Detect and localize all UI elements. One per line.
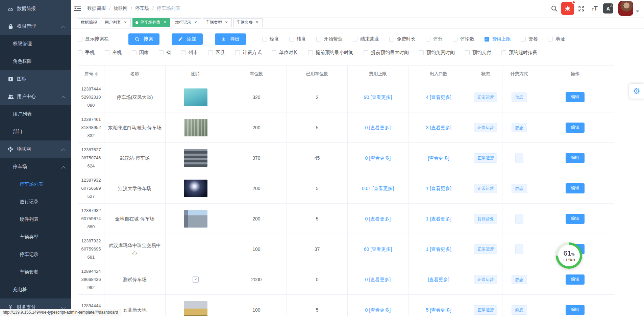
checkbox-box[interactable] xyxy=(485,37,489,42)
checkbox-box[interactable] xyxy=(78,50,82,55)
tab-车辆套餐[interactable]: 车辆套餐× xyxy=(233,18,263,27)
checkbox-box[interactable] xyxy=(105,50,109,55)
export-button[interactable]: 导出 xyxy=(215,33,246,45)
filter-checkbox-单位时长[interactable]: 单位时长 xyxy=(272,50,298,56)
checkbox-box[interactable] xyxy=(262,37,267,42)
sidebar-item-数据简报[interactable]: 数据简报 xyxy=(0,0,71,18)
tab-用户列表[interactable]: 用户列表× xyxy=(102,18,131,27)
edit-button[interactable]: 编辑 xyxy=(566,183,585,193)
breadcrumb-item[interactable]: 数据简报 xyxy=(87,5,106,11)
edit-button[interactable]: 编辑 xyxy=(566,92,585,102)
view-more-link[interactable]: 0.01 [查看更多] xyxy=(362,185,394,192)
checkbox-box[interactable] xyxy=(364,50,368,55)
tab-close-icon[interactable]: × xyxy=(255,20,259,25)
filter-checkbox-地址[interactable]: 地址 xyxy=(548,36,565,42)
filter-checkbox-结束营业[interactable]: 结束营业 xyxy=(353,36,379,42)
tab-数据简报[interactable]: 数据简报 xyxy=(78,18,100,27)
filter-checkbox-显示搜索栏[interactable]: 显示搜索栏 xyxy=(78,36,109,42)
theme-settings-button[interactable]: ⚙ xyxy=(629,84,644,99)
sidebar-item-停车记录[interactable]: 停车记录 xyxy=(0,246,71,263)
sidebar-item-放行记录[interactable]: 放行记录 xyxy=(0,193,71,211)
checkbox-box[interactable] xyxy=(132,50,137,55)
filter-checkbox-计费方式[interactable]: 计费方式 xyxy=(235,50,262,56)
filter-checkbox-预约支付[interactable]: 预约支付 xyxy=(465,50,491,56)
view-more-link[interactable]: 0 [查看更多] xyxy=(365,215,391,222)
edit-button[interactable]: 编辑 xyxy=(566,214,585,224)
checkbox-box[interactable] xyxy=(159,50,164,55)
edit-button[interactable]: 编辑 xyxy=(566,123,585,133)
checkbox-box[interactable] xyxy=(548,37,553,42)
view-more-link[interactable]: 5 [查看更多] xyxy=(426,306,451,314)
filter-checkbox-预约超时扣费[interactable]: 预约超时扣费 xyxy=(501,50,537,56)
checkbox-box[interactable] xyxy=(389,37,394,42)
sidebar-item-车辆类型[interactable]: 车辆类型 xyxy=(0,228,71,246)
sidebar-item-用户中心[interactable]: 用户中心 xyxy=(0,88,71,105)
view-more-link[interactable]: [查看更多] xyxy=(428,154,449,162)
view-more-link[interactable]: [查看更多] xyxy=(428,276,449,283)
search-icon[interactable] xyxy=(547,0,561,17)
sidebar-item-停车场[interactable]: 停车场 xyxy=(0,158,71,176)
sidebar-item-权限管理[interactable]: 权限管理 xyxy=(0,35,71,53)
textsize-icon[interactable]: TT xyxy=(588,0,601,17)
tab-放行记录[interactable]: 放行记录× xyxy=(172,18,201,27)
sidebar-item-充电桩[interactable]: 充电桩 xyxy=(0,281,71,298)
view-more-link[interactable]: 4 [查看更多] xyxy=(426,94,451,101)
sidebar-item-用户列表[interactable]: 用户列表 xyxy=(0,105,71,123)
checkbox-box[interactable] xyxy=(272,50,276,55)
tab-close-icon[interactable]: × xyxy=(163,20,167,25)
filter-checkbox-区县[interactable]: 区县 xyxy=(208,50,225,56)
checkbox-box[interactable] xyxy=(521,37,526,42)
tab-close-icon[interactable]: × xyxy=(224,20,229,25)
edit-button[interactable]: 编辑 xyxy=(566,153,585,163)
filter-checkbox-提前预约最大时间[interactable]: 提前预约最大时间 xyxy=(364,50,409,56)
breadcrumb-item[interactable]: 停车场 xyxy=(135,5,149,11)
filter-checkbox-开始营业[interactable]: 开始营业 xyxy=(316,36,343,42)
sidebar-item-图标[interactable]: 图标 xyxy=(0,70,71,88)
filter-checkbox-州市[interactable]: 州市 xyxy=(181,50,198,56)
sidebar-item-权限管理[interactable]: 权限管理 xyxy=(0,18,71,35)
checkbox-box[interactable] xyxy=(308,50,313,55)
fullscreen-icon[interactable] xyxy=(574,0,588,17)
view-more-link[interactable]: 0 [查看更多] xyxy=(365,124,391,131)
checkbox-box[interactable] xyxy=(289,37,294,42)
filter-checkbox-提前预约最小时间[interactable]: 提前预约最小时间 xyxy=(308,50,353,56)
view-more-link[interactable]: 0 [查看更多] xyxy=(365,306,391,314)
view-more-link[interactable]: 1 [查看更多] xyxy=(426,215,451,222)
checkbox-box[interactable] xyxy=(353,37,357,42)
checkbox-box[interactable] xyxy=(316,37,321,42)
translate-icon[interactable]: A 文 xyxy=(601,0,615,17)
sidebar-item-物联网[interactable]: 物联网 xyxy=(0,140,71,158)
checkbox-box[interactable] xyxy=(235,50,240,55)
tab-close-icon[interactable]: × xyxy=(193,20,198,25)
filter-checkbox-纬度[interactable]: 纬度 xyxy=(289,36,306,42)
tab-停车场列表[interactable]: 停车场列表× xyxy=(132,18,170,27)
sort-carets-icon[interactable] xyxy=(95,72,98,76)
filter-checkbox-省[interactable]: 省 xyxy=(159,50,171,56)
checkbox-box[interactable] xyxy=(181,50,186,55)
checkbox-box[interactable] xyxy=(501,50,506,55)
sidebar-item-停车场列表[interactable]: 停车场列表 xyxy=(0,176,71,193)
filter-checkbox-评分[interactable]: 评分 xyxy=(426,36,443,42)
view-more-link[interactable]: 0 [查看更多] xyxy=(365,276,391,283)
view-more-link[interactable]: 90 [查看更多] xyxy=(364,94,392,101)
search-button[interactable]: 搜索 xyxy=(128,33,159,45)
avatar-caret-down-icon[interactable] xyxy=(636,10,639,12)
checkbox-box[interactable] xyxy=(78,37,82,42)
filter-checkbox-座机[interactable]: 座机 xyxy=(105,50,122,56)
filter-checkbox-评论数[interactable]: 评论数 xyxy=(453,36,474,42)
sidebar-item-车辆套餐[interactable]: 车辆套餐 xyxy=(0,263,71,281)
filter-checkbox-预约免责时间[interactable]: 预约免责时间 xyxy=(419,50,455,56)
checkbox-box[interactable] xyxy=(419,50,424,55)
sidebar-item-部门[interactable]: 部门 xyxy=(0,123,71,140)
sidebar-item-硬件列表[interactable]: 硬件列表 xyxy=(0,211,71,228)
checkbox-box[interactable] xyxy=(453,37,457,42)
sidebar-item-角色权限[interactable]: 角色权限 xyxy=(0,53,71,70)
tab-车辆类型[interactable]: 车辆类型× xyxy=(203,18,232,27)
checkbox-box[interactable] xyxy=(426,37,430,42)
add-button[interactable]: 添加 xyxy=(172,33,203,45)
checkbox-box[interactable] xyxy=(208,50,213,55)
view-more-link[interactable]: 1 [查看更多] xyxy=(426,245,451,253)
edit-button[interactable]: 编辑 xyxy=(566,305,585,315)
error-log-button[interactable] xyxy=(561,0,574,17)
view-more-link[interactable]: 1 [查看更多] xyxy=(426,185,451,192)
